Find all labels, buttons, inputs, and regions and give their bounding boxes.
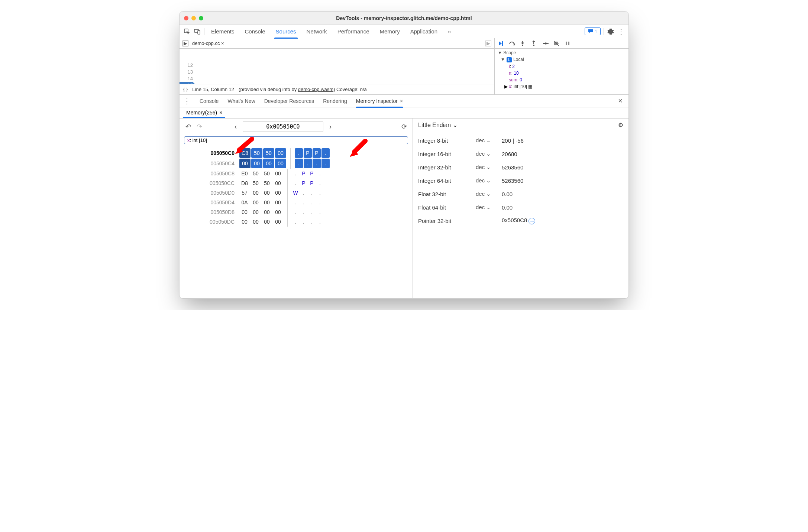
hex-byte[interactable]: 50 xyxy=(261,178,272,188)
hex-row[interactable]: 005050C400000000.... xyxy=(206,158,408,169)
value-format-select[interactable]: dec ⌄ xyxy=(476,204,502,211)
prev-page-icon[interactable]: ‹ xyxy=(232,123,240,131)
hex-byte[interactable]: 0A xyxy=(239,198,250,207)
hex-byte[interactable]: 00 xyxy=(250,217,261,227)
tab-application[interactable]: Application xyxy=(409,25,439,38)
hex-byte[interactable]: 00 xyxy=(239,217,250,227)
scope-var-n[interactable]: n: 10 xyxy=(498,70,626,77)
value-format-select[interactable]: dec ⌄ xyxy=(476,137,502,144)
redo-icon[interactable]: ↷ xyxy=(195,123,203,131)
close-drawer-tab-icon[interactable]: × xyxy=(400,98,403,104)
drawer-menu-icon[interactable]: ⋮ xyxy=(183,97,191,106)
scope-var-i[interactable]: i: 2 xyxy=(498,63,626,70)
hex-byte[interactable]: 50 xyxy=(261,169,272,178)
jump-to-pointer-icon[interactable]: → xyxy=(529,218,535,224)
tab-network[interactable]: Network xyxy=(305,25,329,38)
hex-byte[interactable]: 00 xyxy=(250,207,261,217)
hex-byte[interactable]: 00 xyxy=(261,188,272,198)
wasm-link[interactable]: demo-cpp.wasm xyxy=(298,87,333,92)
hex-byte[interactable]: 00 xyxy=(261,198,272,207)
tab-elements[interactable]: Elements xyxy=(210,25,236,38)
drawer-tab-rendering[interactable]: Rendering xyxy=(323,95,347,107)
hex-byte[interactable]: 00 xyxy=(261,217,272,227)
hex-byte[interactable]: 00 xyxy=(261,207,272,217)
hex-byte[interactable]: 00 xyxy=(272,178,284,188)
device-toolbar-icon[interactable] xyxy=(194,28,201,35)
drawer-tab-devres[interactable]: Developer Resources xyxy=(264,95,314,107)
hex-byte[interactable]: 00 xyxy=(263,159,274,168)
hex-byte[interactable]: 50 xyxy=(250,169,261,178)
step-over-icon[interactable] xyxy=(509,41,515,46)
undo-icon[interactable]: ↶ xyxy=(184,123,192,131)
close-window[interactable] xyxy=(184,16,188,20)
close-memtab-icon[interactable]: × xyxy=(219,110,222,116)
tab-console[interactable]: Console xyxy=(243,25,267,38)
resume-icon[interactable] xyxy=(498,40,504,46)
settings-icon[interactable] xyxy=(607,28,614,35)
inspect-element-icon[interactable] xyxy=(183,28,191,35)
value-format-select[interactable]: dec ⌄ xyxy=(476,191,502,197)
drawer-tab-console[interactable]: Console xyxy=(200,95,219,107)
value-settings-icon[interactable]: ⚙ xyxy=(618,121,623,129)
hex-row[interactable]: 005050DC00000000.... xyxy=(206,217,408,227)
close-tab-icon[interactable]: × xyxy=(221,40,224,46)
snippet-icon[interactable]: ▶ xyxy=(485,40,491,46)
value-format-select[interactable]: dec ⌄ xyxy=(476,177,502,184)
hex-row[interactable]: 005050D40A000000.... xyxy=(206,198,408,207)
hex-byte[interactable]: 00 xyxy=(239,207,250,217)
next-page-icon[interactable]: › xyxy=(326,123,334,131)
tab-performance[interactable]: Performance xyxy=(336,25,371,38)
more-tabs[interactable]: » xyxy=(446,25,452,38)
snippet-run-icon[interactable]: ▶ xyxy=(182,40,188,46)
tab-memory[interactable]: Memory xyxy=(378,25,401,38)
hex-byte[interactable]: 00 xyxy=(250,198,261,207)
address-input[interactable] xyxy=(243,121,323,132)
source-tab-file[interactable]: demo-cpp.cc × xyxy=(192,40,224,46)
messages-button[interactable]: 1 xyxy=(585,27,601,35)
hex-byte[interactable]: 50 xyxy=(250,178,261,188)
scope-header[interactable]: ▼ Scope xyxy=(498,49,626,56)
value-format-select[interactable]: dec ⌄ xyxy=(476,150,502,157)
drawer-tab-meminspector[interactable]: Memory Inspector × xyxy=(356,95,403,107)
step-into-icon[interactable] xyxy=(520,40,527,46)
hex-byte[interactable]: 57 xyxy=(239,188,250,198)
refresh-icon[interactable]: ⟳ xyxy=(400,123,408,131)
hex-row[interactable]: 005050D057000000W... xyxy=(206,188,408,198)
hex-byte[interactable]: 00 xyxy=(272,169,284,178)
endian-select[interactable]: Little Endian ⌄ xyxy=(418,121,458,129)
code-content[interactable]: 121314151617 /* initialize x */ for (int… xyxy=(180,49,494,84)
hex-row[interactable]: 005050D800000000.... xyxy=(206,207,408,217)
hex-row[interactable]: 005050C8E0505000.PP. xyxy=(206,169,408,178)
tab-sources[interactable]: Sources xyxy=(274,25,298,38)
hex-byte[interactable]: 00 xyxy=(272,188,284,198)
maximize-window[interactable] xyxy=(199,16,203,20)
hex-byte[interactable]: 00 xyxy=(272,198,284,207)
hex-byte[interactable]: 50 xyxy=(263,148,274,158)
close-drawer-icon[interactable]: × xyxy=(616,97,625,105)
step-out-icon[interactable] xyxy=(531,40,538,46)
memory-tab-256[interactable]: Memory(256) × xyxy=(183,108,225,118)
minimize-window[interactable] xyxy=(191,16,196,20)
scope-var-sum[interactable]: sum: 0 xyxy=(498,77,626,83)
hex-byte[interactable]: 00 xyxy=(239,159,251,168)
deactivate-breakpoints-icon[interactable] xyxy=(553,40,560,46)
pause-exception-icon[interactable] xyxy=(565,40,571,46)
drawer-tab-whatsnew[interactable]: What's New xyxy=(227,95,255,107)
hex-byte[interactable]: 00 xyxy=(272,207,284,217)
more-menu-icon[interactable]: ⋮ xyxy=(617,28,625,35)
hex-byte[interactable]: 00 xyxy=(250,188,261,198)
step-icon[interactable] xyxy=(542,41,549,46)
hex-byte[interactable]: 00 xyxy=(251,159,262,168)
hex-byte[interactable]: D8 xyxy=(239,178,250,188)
scope-var-x[interactable]: ▶ x: int [10] ▦ xyxy=(498,83,626,90)
hex-row[interactable]: 005050CCD8505000.PP. xyxy=(206,178,408,188)
hex-byte[interactable]: 00 xyxy=(275,148,286,158)
hex-byte[interactable]: 00 xyxy=(275,159,286,168)
object-chip[interactable]: x: int [10] xyxy=(184,136,408,144)
scope-local[interactable]: ▼LLocal xyxy=(498,56,626,63)
hex-byte[interactable]: 00 xyxy=(272,217,284,227)
memory-inspect-icon[interactable]: ▦ xyxy=(528,84,532,89)
hex-byte[interactable]: E0 xyxy=(239,169,250,178)
pretty-print-icon[interactable]: { } xyxy=(183,87,188,92)
value-format-select[interactable]: dec ⌄ xyxy=(476,164,502,171)
